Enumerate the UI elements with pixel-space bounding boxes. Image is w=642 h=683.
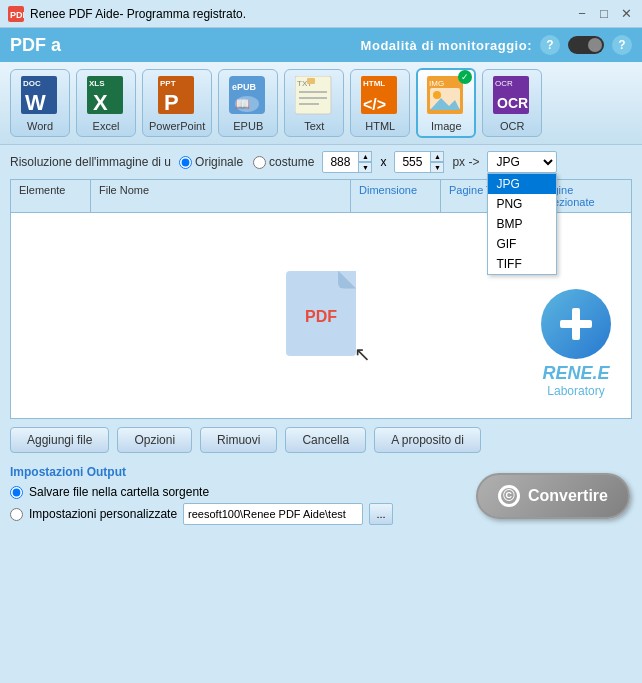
format-item-excel[interactable]: XLS X Excel: [76, 69, 136, 137]
help-button[interactable]: ?: [612, 35, 632, 55]
svg-text:XLS: XLS: [89, 79, 105, 88]
svg-point-27: [433, 91, 441, 99]
bottom-section: Impostazioni Output Salvare file nella c…: [0, 461, 642, 533]
dropdown-item-bmp[interactable]: BMP: [488, 214, 556, 234]
cancel-button[interactable]: Cancella: [285, 427, 366, 453]
format-item-image[interactable]: IMG ✓ Image: [416, 68, 476, 138]
renee-logo: RENE.E Laboratory: [541, 289, 611, 398]
col-elemente: Elemente: [11, 180, 91, 212]
dropdown-item-gif[interactable]: GIF: [488, 234, 556, 254]
text-icon: TXT: [292, 74, 336, 118]
radio-originale-input[interactable]: [179, 156, 192, 169]
svg-text:ePUB: ePUB: [232, 82, 257, 92]
svg-rect-32: [560, 320, 592, 328]
format-item-text[interactable]: TXT Text: [284, 69, 344, 137]
dropdown-item-jpg[interactable]: JPG: [488, 174, 556, 194]
title-bar: PDF Renee PDF Aide- Programma registrato…: [0, 0, 642, 28]
maximize-button[interactable]: □: [596, 6, 612, 22]
options-button[interactable]: Opzioni: [117, 427, 192, 453]
height-arrows: ▲ ▼: [430, 151, 444, 173]
format-label-word: Word: [27, 120, 53, 132]
height-down-button[interactable]: ▼: [430, 162, 444, 173]
output-label-2: Impostazioni personalizzate: [29, 507, 177, 521]
minimize-button[interactable]: −: [574, 6, 590, 22]
format-dropdown-wrapper: JPG JPG PNG BMP GIF TIFF: [487, 151, 557, 173]
svg-text:IMG: IMG: [429, 79, 444, 88]
width-up-button[interactable]: ▲: [358, 151, 372, 162]
title-bar-left: PDF Renee PDF Aide- Programma registrato…: [8, 6, 246, 22]
browse-button[interactable]: ...: [369, 503, 393, 525]
format-dropdown-list: JPG PNG BMP GIF TIFF: [487, 173, 557, 275]
height-up-button[interactable]: ▲: [430, 151, 444, 162]
word-icon: DOC W: [18, 74, 62, 118]
monitoring-toggle[interactable]: [568, 36, 604, 54]
format-item-epub[interactable]: ePUB 📖 EPUB: [218, 69, 278, 137]
format-select[interactable]: JPG: [487, 151, 557, 173]
format-label-html: HTML: [365, 120, 395, 132]
svg-text:P: P: [164, 90, 179, 115]
svg-rect-20: [307, 78, 315, 84]
px-label: px ->: [452, 155, 479, 169]
format-item-html[interactable]: HTML </> HTML: [350, 69, 410, 137]
output-label-1: Salvare file nella cartella sorgente: [29, 485, 209, 499]
col-filename: File Nome: [91, 180, 351, 212]
action-buttons-row: Aggiungi file Opzioni Rimuovi Cancella A…: [0, 419, 642, 461]
ocr-icon: OCR OCR: [490, 74, 534, 118]
convert-button[interactable]: © Convertire: [476, 473, 630, 519]
format-item-powerpoint[interactable]: PPT P PowerPoint: [142, 69, 212, 137]
renee-text: RENE.E: [541, 363, 611, 384]
excel-icon: XLS X: [84, 74, 128, 118]
format-label-powerpoint: PowerPoint: [149, 120, 205, 132]
radio-costume[interactable]: costume: [253, 155, 314, 169]
width-arrows: ▲ ▼: [358, 151, 372, 173]
radio-originale-label: Originale: [195, 155, 243, 169]
monitoring-label: Modalità di monitoraggio:: [361, 38, 532, 53]
epub-icon: ePUB 📖: [226, 74, 270, 118]
svg-text:📖: 📖: [235, 96, 250, 111]
svg-text:OCR: OCR: [495, 79, 513, 88]
svg-text:OCR: OCR: [497, 95, 528, 111]
close-button[interactable]: ✕: [618, 6, 634, 22]
svg-text:HTML: HTML: [363, 79, 385, 88]
format-item-word[interactable]: DOC W Word: [10, 69, 70, 137]
svg-text:W: W: [25, 90, 46, 115]
format-bar: DOC W Word XLS X Excel PPT P PowerPoint: [0, 62, 642, 145]
active-check-icon: ✓: [458, 70, 472, 84]
monitoring-area: Modalità di monitoraggio: ? ?: [361, 35, 632, 55]
format-label-ocr: OCR: [500, 120, 524, 132]
col-dimensione: Dimensione: [351, 180, 441, 212]
pdf-doc-shape: PDF ↖: [286, 271, 356, 356]
renee-sub: Laboratory: [541, 384, 611, 398]
format-label-excel: Excel: [93, 120, 120, 132]
svg-text:DOC: DOC: [23, 79, 41, 88]
about-button[interactable]: A proposito di: [374, 427, 481, 453]
format-item-ocr[interactable]: OCR OCR OCR: [482, 69, 542, 137]
app-icon: PDF: [8, 6, 24, 22]
add-file-button[interactable]: Aggiungi file: [10, 427, 109, 453]
svg-text:X: X: [93, 90, 108, 115]
radio-originale[interactable]: Originale: [179, 155, 243, 169]
output-path-input[interactable]: [183, 503, 363, 525]
output-radio-2[interactable]: [10, 508, 23, 521]
remove-button[interactable]: Rimuovi: [200, 427, 277, 453]
width-down-button[interactable]: ▼: [358, 162, 372, 173]
radio-group: Originale costume: [179, 155, 314, 169]
cursor-icon: ↖: [354, 342, 371, 366]
format-label-text: Text: [304, 120, 324, 132]
powerpoint-icon: PPT P: [155, 74, 199, 118]
resolution-label: Risoluzione dell'immagine di u: [10, 155, 171, 169]
width-input-wrapper: ▲ ▼: [322, 151, 372, 173]
monitoring-help-button[interactable]: ?: [540, 35, 560, 55]
renee-cross-icon: [541, 289, 611, 359]
pdf-placeholder-icon: PDF ↖: [286, 271, 356, 356]
radio-costume-label: costume: [269, 155, 314, 169]
svg-text:PDF: PDF: [10, 10, 24, 20]
format-label-epub: EPUB: [233, 120, 263, 132]
pdf-a-label: PDF a: [10, 35, 61, 56]
radio-costume-input[interactable]: [253, 156, 266, 169]
title-bar-controls: − □ ✕: [574, 6, 634, 22]
dropdown-item-png[interactable]: PNG: [488, 194, 556, 214]
output-radio-1[interactable]: [10, 486, 23, 499]
dropdown-item-tiff[interactable]: TIFF: [488, 254, 556, 274]
convert-label: Convertire: [528, 487, 608, 505]
